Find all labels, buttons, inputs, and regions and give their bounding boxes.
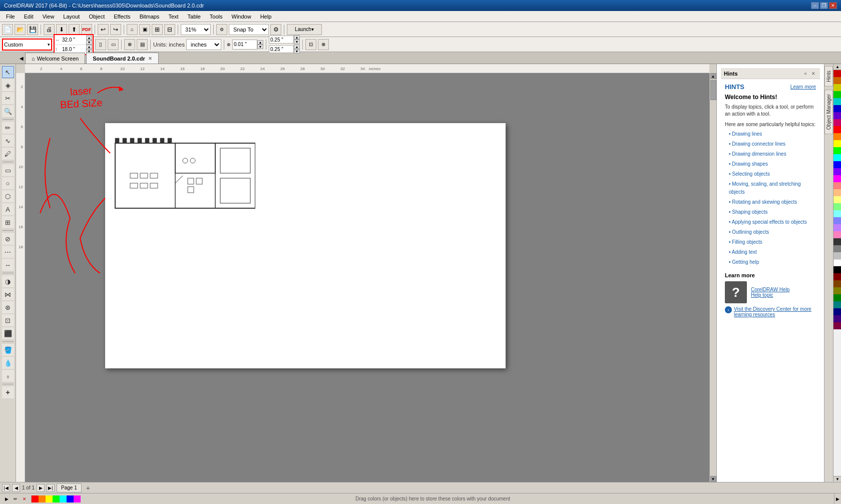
swatch-maroon[interactable]	[833, 273, 841, 280]
save-button[interactable]: 💾	[27, 24, 38, 35]
add-point-button[interactable]: +	[2, 386, 14, 398]
menu-bitmaps[interactable]: Bitmaps	[136, 13, 164, 21]
page-first-button[interactable]: |◀	[2, 484, 10, 492]
swatch-red-light[interactable]	[833, 182, 841, 189]
swatch-black[interactable]	[833, 266, 841, 273]
eyedrop-tool[interactable]: 💧	[2, 357, 14, 369]
import-button[interactable]: ⬇	[56, 24, 67, 35]
hints-tab[interactable]: Hints	[824, 66, 833, 87]
hint-link-selecting[interactable]: Selecting objects	[725, 169, 816, 179]
nudge-input[interactable]	[232, 40, 257, 50]
envelope-tool[interactable]: ⊡	[2, 314, 14, 326]
close-button[interactable]: ✕	[829, 2, 837, 9]
swatch-pink[interactable]	[833, 231, 841, 238]
hints-learn-more-btn[interactable]: Learn more	[790, 84, 816, 90]
swatch-teal-dark[interactable]	[833, 98, 841, 105]
launch-button[interactable]: Launch ▾	[287, 24, 322, 35]
welcome-button[interactable]: ⌂	[127, 24, 138, 35]
swatch-gray-light[interactable]	[833, 252, 841, 259]
menu-tools[interactable]: Tools	[206, 13, 227, 21]
snap-options-button[interactable]: ⚙	[216, 24, 227, 35]
hints-expand-button[interactable]: «	[802, 70, 809, 77]
swatch-blue-dark[interactable]	[833, 105, 841, 112]
export-button[interactable]: ⬆	[69, 24, 80, 35]
swatch-olive[interactable]	[833, 287, 841, 294]
preset-dropdown[interactable]: Custom ▾	[2, 39, 52, 51]
hint-link-drawing-lines[interactable]: Drawing lines	[725, 129, 816, 139]
menu-table[interactable]: Table	[184, 13, 205, 21]
fill-tool[interactable]: 🪣	[2, 344, 14, 356]
swatch-indigo[interactable]	[833, 315, 841, 322]
minimize-button[interactable]: –	[811, 2, 819, 9]
crop-tool[interactable]: ✂	[2, 92, 14, 104]
width-down-button[interactable]: ▼	[86, 40, 92, 45]
bottom-swatch-cyan[interactable]	[60, 495, 67, 502]
snap-toggle3[interactable]: ✕	[21, 495, 28, 502]
help-subtitle-link[interactable]: Help topic	[751, 292, 789, 298]
add-coords-button[interactable]: ⊕	[318, 39, 329, 50]
undo-button[interactable]: ↩	[98, 24, 109, 35]
hint-link-outlining[interactable]: Outlining objects	[725, 227, 816, 237]
hint-link-dimension-lines[interactable]: Drawing dimension lines	[725, 149, 816, 159]
extrude-tool[interactable]: ⬛	[2, 327, 14, 339]
snap-dropdown[interactable]: Snap To	[229, 24, 269, 35]
page-1-tab[interactable]: Page 1	[57, 483, 82, 492]
visit-link[interactable]: Visit the Discovery Center for more lear…	[734, 306, 816, 317]
swatch-green-dark[interactable]	[833, 91, 841, 98]
hint-link-connector-lines[interactable]: Drawing connector lines	[725, 139, 816, 149]
hscroll-right[interactable]: ▶	[834, 493, 841, 505]
bottom-swatch-magenta[interactable]	[74, 495, 81, 502]
menu-layout[interactable]: Layout	[59, 13, 84, 21]
smart-fill-tool[interactable]: ⬨	[2, 370, 14, 382]
select-tool[interactable]: ↖	[2, 66, 14, 78]
units-dropdown[interactable]: inches mm cm	[186, 39, 221, 50]
connector-tool[interactable]: ⋯	[2, 246, 14, 258]
palette-scroll-up[interactable]: ▲	[833, 64, 841, 70]
page-next-button[interactable]: ▶	[37, 484, 45, 492]
object-manager-tab[interactable]: Object Manager	[824, 90, 833, 134]
swatch-violet-light[interactable]	[833, 224, 841, 231]
scroll-thumb[interactable]	[710, 80, 716, 100]
hint-link-moving[interactable]: Moving, scaling, and stretching objects	[725, 179, 816, 197]
snap-toggle2[interactable]: ✏	[12, 495, 19, 502]
swatch-blue-light[interactable]	[833, 217, 841, 224]
pdf-button[interactable]: PDF	[81, 24, 92, 35]
swatch-white[interactable]	[833, 259, 841, 266]
swatch-magenta[interactable]	[833, 175, 841, 182]
print-button[interactable]: 🖨	[44, 24, 55, 35]
open-button[interactable]: 📂	[15, 24, 26, 35]
scroll-up-button[interactable]: ▲	[710, 73, 716, 79]
menu-window[interactable]: Window	[228, 13, 255, 21]
tab-welcome[interactable]: ⌂ Welcome Screen	[25, 53, 85, 64]
redo-button[interactable]: ↪	[110, 24, 121, 35]
swatch-orange-light[interactable]	[833, 189, 841, 196]
bottom-swatch-yellow[interactable]	[46, 495, 53, 502]
copy-page-size-button[interactable]: ⊕	[124, 39, 135, 50]
menu-effects[interactable]: Effects	[110, 13, 134, 21]
hint-link-help[interactable]: Getting help	[725, 257, 816, 267]
help-title-link[interactable]: CorelDRAW Help	[751, 287, 789, 292]
hint-link-rotating[interactable]: Rotating and skewing objects	[725, 197, 816, 207]
grid-button[interactable]: ⊞	[152, 24, 163, 35]
swatch-brown[interactable]	[833, 280, 841, 287]
swatch-red-dark[interactable]	[833, 70, 841, 77]
swatch-purple[interactable]	[833, 112, 841, 119]
swatch-orange[interactable]	[833, 133, 841, 140]
swatch-cyan[interactable]	[833, 154, 841, 161]
height-up-button[interactable]: ▲	[86, 45, 92, 49]
swatch-darkgreen[interactable]	[833, 294, 841, 301]
settings-button[interactable]: ⚙	[270, 24, 281, 35]
swatch-violet[interactable]	[833, 168, 841, 175]
smart-draw-tool[interactable]: ∿	[2, 135, 14, 147]
swatch-cyan-light[interactable]	[833, 210, 841, 217]
guidelines-button[interactable]: ⊟	[164, 24, 175, 35]
tab-close-icon[interactable]: ✕	[148, 56, 152, 61]
swatch-navy[interactable]	[833, 308, 841, 315]
offsety-up-button[interactable]: ▲	[294, 45, 300, 49]
page-fit-button[interactable]: ⊡	[305, 39, 316, 50]
hint-link-shaping[interactable]: Shaping objects	[725, 207, 816, 217]
width-input[interactable]	[61, 36, 86, 44]
new-button[interactable]: 📄	[2, 24, 13, 35]
distort-tool[interactable]: ⊛	[2, 301, 14, 313]
swatch-yellow-dark[interactable]	[833, 84, 841, 91]
